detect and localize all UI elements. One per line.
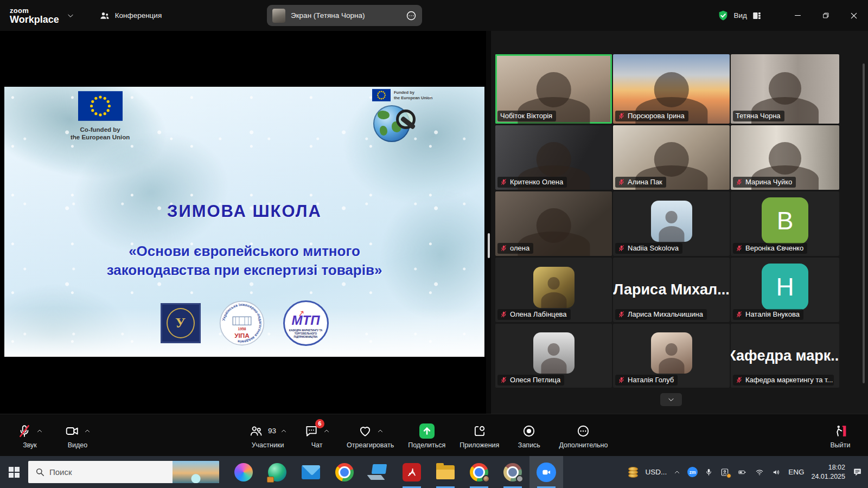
leave-meeting-icon: [833, 423, 848, 439]
chevron-up-icon[interactable]: [36, 428, 43, 434]
system-tray: USD... zm ENG 18:02 24.01.2025: [628, 463, 868, 481]
toolbar-button-label: Приложения: [459, 441, 499, 449]
chrome-profile1-taskbar-button[interactable]: [462, 456, 496, 488]
participant-name: Олена Лабінцева: [510, 310, 567, 318]
view-layout-icon[interactable]: [752, 11, 762, 21]
zoom-tray-icon[interactable]: zm: [687, 467, 698, 477]
participant-tile[interactable]: Олеся Петлица: [495, 324, 612, 388]
audio-button[interactable]: Звук: [14, 416, 46, 455]
participant-tile[interactable]: Лариса Михал...Лариса Михальчишина: [613, 258, 730, 322]
close-button[interactable]: [840, 0, 868, 31]
workspace-dropdown-icon[interactable]: [67, 12, 74, 20]
initial-avatar: Н: [762, 264, 808, 310]
participant-name: Критенко Олена: [510, 178, 563, 186]
panel-divider[interactable]: [486, 31, 491, 414]
tab-meeting[interactable]: Конференция: [99, 10, 162, 21]
edge-work-taskbar-button[interactable]: [260, 456, 294, 488]
apps-button[interactable]: Приложения: [459, 416, 499, 455]
mic-muted-icon: [618, 112, 625, 119]
chevron-up-icon[interactable]: [323, 428, 330, 434]
camera-icon: [65, 423, 80, 439]
view-label[interactable]: Вид: [734, 11, 747, 20]
scroll-down-button[interactable]: [660, 393, 682, 406]
eu-flag-icon: [78, 91, 123, 121]
participant-tile[interactable]: Чобіток Вікторія: [495, 54, 612, 124]
more-button[interactable]: Дополнительно: [559, 416, 608, 455]
heart-icon: [358, 423, 373, 439]
participant-tile[interactable]: ВВероніка Євченко: [731, 191, 839, 256]
participant-tile[interactable]: Порсюрова Ірина: [613, 54, 730, 124]
taskbar-search[interactable]: Поиск: [28, 461, 219, 483]
chrome-profile2-taskbar-button[interactable]: [496, 456, 529, 488]
search-daily-image[interactable]: [173, 461, 219, 483]
magnifier-lens-icon: [396, 110, 416, 129]
explorer-taskbar-button[interactable]: [429, 456, 462, 488]
react-button[interactable]: Отреагировать: [347, 416, 394, 455]
participant-name: Nadiia Sokolova: [628, 244, 679, 252]
participant-tile[interactable]: Алина Пак: [613, 125, 730, 190]
record-button[interactable]: Запись: [513, 416, 545, 455]
security-shield-icon[interactable]: [717, 10, 729, 22]
video-panel-scrollbar[interactable]: [863, 63, 865, 383]
participants-button[interactable]: 93Участники: [248, 416, 287, 455]
search-placeholder: Поиск: [49, 467, 173, 477]
participant-tile[interactable]: ННаталія Внукова: [731, 258, 839, 322]
record-icon: [521, 423, 537, 439]
chevron-up-icon[interactable]: [84, 428, 91, 434]
chat-button[interactable]: 6Чат: [301, 416, 333, 455]
arrow-up-right-icon: ↗: [297, 308, 305, 319]
language-indicator[interactable]: ENG: [788, 468, 804, 476]
this-pc-taskbar-button[interactable]: [361, 456, 395, 488]
zoom-app-taskbar-button[interactable]: [529, 456, 563, 488]
acrobat-taskbar-button[interactable]: [395, 456, 429, 488]
initial-avatar: В: [762, 197, 808, 244]
notification-center-icon[interactable]: [852, 467, 863, 477]
participant-tile[interactable]: Кафедра марк...Кафедра маркетингу та т..…: [731, 324, 839, 388]
participant-name-label: Лариса Михальчишина: [615, 309, 707, 320]
battery-icon[interactable]: [737, 468, 748, 477]
share-button[interactable]: Поделиться: [408, 416, 445, 455]
participant-name: Алина Пак: [628, 178, 662, 186]
contact-device-icon[interactable]: [720, 467, 730, 477]
taskbar-clock[interactable]: 18:02 24.01.2025: [811, 463, 845, 481]
mail-taskbar-button[interactable]: [294, 456, 328, 488]
chrome-taskbar-button[interactable]: [328, 456, 361, 488]
chrome-profile2-icon: [503, 463, 522, 481]
participant-tile[interactable]: Олена Лабінцева: [495, 258, 612, 322]
leave-button[interactable]: Выйти: [825, 416, 856, 455]
chevron-up-icon[interactable]: [377, 428, 384, 434]
participant-tile[interactable]: Критенко Олена: [495, 125, 612, 190]
avatar: [533, 267, 575, 308]
uipa-logo: Українська інженерно-педагогічна академі…: [219, 300, 265, 346]
edge-work-icon: [268, 463, 286, 481]
currency-app-icon[interactable]: [628, 467, 638, 478]
restore-button[interactable]: [812, 0, 840, 31]
avatar: [533, 332, 575, 374]
participant-tile[interactable]: Марина Чуйко: [731, 125, 839, 190]
microphone-tray-icon[interactable]: [705, 467, 713, 477]
participant-tile[interactable]: олена: [495, 191, 612, 256]
chevron-up-icon[interactable]: [280, 428, 287, 434]
shared-screen-pill[interactable]: Экран (Тетяна Чорна): [267, 5, 422, 26]
minimize-button[interactable]: [783, 0, 812, 31]
chrome-profile1-icon: [470, 463, 488, 481]
participant-tile[interactable]: Nadiia Sokolova: [613, 191, 730, 256]
video-button[interactable]: Видео: [62, 416, 93, 455]
video-panel: Чобіток ВікторіяПорсюрова ІринаТетяна Чо…: [491, 31, 868, 414]
mic-muted-icon: [618, 311, 625, 318]
participant-name: Лариса Михальчишина: [628, 310, 703, 318]
copilot-taskbar-button[interactable]: [227, 456, 260, 488]
meeting-toolbar: ЗвукВидео 93Участники6ЧатОтреагироватьПо…: [0, 414, 868, 456]
currency-label[interactable]: USD...: [645, 468, 667, 476]
participant-name: Наталія Внукова: [745, 310, 800, 318]
wifi-icon[interactable]: [755, 468, 764, 477]
participant-tile[interactable]: Тетяна Чорна: [731, 54, 839, 124]
participant-tile[interactable]: Наталія Голуб: [613, 324, 730, 388]
volume-icon[interactable]: [771, 468, 781, 477]
panel-divider-handle[interactable]: [488, 233, 490, 258]
start-button[interactable]: [0, 456, 28, 488]
pill-more-icon[interactable]: [406, 10, 417, 21]
mic-muted-icon: [618, 376, 625, 383]
tray-expand-icon[interactable]: [674, 469, 680, 476]
participant-name: Олеся Петлица: [510, 376, 560, 384]
